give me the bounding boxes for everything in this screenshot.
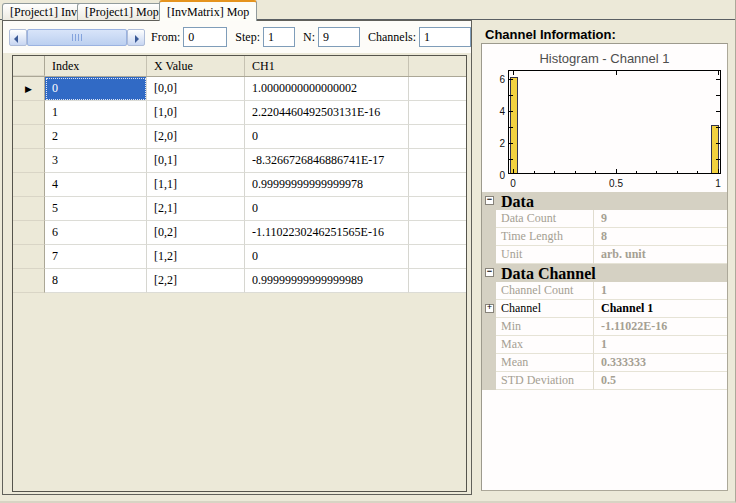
cell-index[interactable]: 7 [45, 245, 147, 269]
n-label: N: [303, 30, 315, 45]
column-header-index[interactable]: Index [45, 56, 147, 76]
cell-ch1[interactable]: 2.2204460492503131E-16 [245, 101, 409, 125]
cell-filler [409, 245, 466, 269]
row-selector-cell[interactable] [13, 221, 45, 245]
property-row[interactable]: Min-1.11022E-16 [482, 318, 727, 336]
property-gutter [482, 246, 496, 264]
row-selector-cell[interactable] [13, 173, 45, 197]
table-row[interactable]: 4[1,1]0.99999999999999978 [13, 173, 466, 197]
y-tick [509, 127, 513, 128]
cell-x-value[interactable]: [2,2] [147, 269, 245, 293]
property-row[interactable]: STD Deviation0.5 [482, 372, 727, 390]
collapse-icon[interactable]: − [485, 196, 494, 205]
row-selector-cell[interactable] [13, 245, 45, 269]
cell-ch1[interactable]: -1.1102230246251565E-16 [245, 221, 409, 245]
collapse-icon[interactable]: − [485, 268, 494, 277]
cell-x-value[interactable]: [0,0] [147, 77, 245, 101]
y-axis-label: 2 [491, 138, 505, 149]
cell-filler [409, 101, 466, 125]
cell-x-value[interactable]: [1,0] [147, 101, 245, 125]
property-value: -1.11022E-16 [593, 318, 727, 336]
table-row[interactable]: 1[1,0]2.2204460492503131E-16 [13, 101, 466, 125]
column-header-x-value[interactable]: X Value [147, 56, 245, 76]
table-row[interactable]: 3[0,1]-8.3266726846886741E-17 [13, 149, 466, 173]
x-minor-tick [575, 171, 576, 173]
table-row[interactable]: 2[2,0]0 [13, 125, 466, 149]
from-input[interactable] [183, 27, 227, 47]
column-header-filler [409, 56, 466, 76]
cell-ch1[interactable]: 0 [245, 197, 409, 221]
step-input[interactable] [263, 27, 295, 47]
row-selector-cell[interactable] [13, 149, 45, 173]
y-tick [509, 159, 513, 160]
cell-filler [409, 173, 466, 197]
cell-index[interactable]: 6 [45, 221, 147, 245]
cell-x-value[interactable]: [2,0] [147, 125, 245, 149]
cell-ch1[interactable]: 0 [245, 245, 409, 269]
record-scrollbar[interactable] [9, 29, 145, 46]
table-row[interactable]: 6[0,2]-1.1102230246251565E-16 [13, 221, 466, 245]
current-row-indicator[interactable]: ▶ [13, 77, 45, 101]
property-gutter: + [482, 300, 496, 318]
property-row[interactable]: +ChannelChannel 1 [482, 300, 727, 318]
expand-icon[interactable]: + [485, 304, 494, 313]
channel-info-panel: Channel Information: Histogram - Channel… [477, 21, 733, 495]
cell-index[interactable]: 0 [45, 77, 147, 101]
channels-label: Channels: [368, 30, 416, 45]
cell-ch1[interactable]: 0 [245, 125, 409, 149]
tab-project1-mop[interactable]: [Project1] Mop [77, 3, 167, 20]
property-row[interactable]: Time Length8 [482, 228, 727, 246]
cell-x-value[interactable]: [2,1] [147, 197, 245, 221]
property-category[interactable]: −Data [482, 192, 727, 210]
cell-index[interactable]: 3 [45, 149, 147, 173]
arrow-right-icon [135, 35, 139, 43]
cell-ch1[interactable]: 1.0000000000000002 [245, 77, 409, 101]
cell-index[interactable]: 8 [45, 269, 147, 293]
column-header-ch1[interactable]: CH1 [245, 56, 409, 76]
property-row[interactable]: Max1 [482, 336, 727, 354]
property-value: 8 [593, 228, 727, 246]
cell-filler [409, 125, 466, 149]
table-row[interactable]: 8[2,2]0.99999999999999989 [13, 269, 466, 293]
row-selector-cell[interactable] [13, 197, 45, 221]
row-selector-cell[interactable] [13, 125, 45, 149]
tab-invmatrix-mop[interactable]: [InvMatrix] Mop [159, 0, 257, 21]
cell-x-value[interactable]: [1,2] [147, 245, 245, 269]
cell-index[interactable]: 5 [45, 197, 147, 221]
property-row[interactable]: Data Count9 [482, 210, 727, 228]
y-tick [716, 127, 720, 128]
cell-ch1[interactable]: 0.99999999999999989 [245, 269, 409, 293]
cell-ch1[interactable]: -8.3266726846886741E-17 [245, 149, 409, 173]
cell-index[interactable]: 4 [45, 173, 147, 197]
cell-x-value[interactable]: [0,1] [147, 149, 245, 173]
y-tick [509, 79, 513, 80]
scrollbar-track[interactable] [27, 29, 127, 46]
property-row[interactable]: Mean0.333333 [482, 354, 727, 372]
table-row[interactable]: ▶0[0,0]1.0000000000000002 [13, 77, 466, 101]
cell-index[interactable]: 2 [45, 125, 147, 149]
scroll-right-button[interactable] [127, 29, 145, 46]
table-row[interactable]: 7[1,2]0 [13, 245, 466, 269]
tab-project1-inv[interactable]: [Project1] Inv [2, 3, 85, 20]
property-row[interactable]: Channel Count1 [482, 282, 727, 300]
cell-filler [409, 269, 466, 293]
cell-x-value[interactable]: [1,1] [147, 173, 245, 197]
histogram-bar [711, 125, 719, 173]
n-input[interactable] [318, 27, 360, 47]
row-selector-cell[interactable] [13, 269, 45, 293]
cell-ch1[interactable]: 0.99999999999999978 [245, 173, 409, 197]
property-label: Time Length [496, 228, 593, 246]
cell-index[interactable]: 1 [45, 101, 147, 125]
data-panel: From: Step: N: Channels: Index X Value C… [2, 20, 472, 495]
channels-input[interactable] [419, 27, 471, 47]
property-category[interactable]: −Data Channel [482, 264, 727, 282]
x-tick [513, 169, 514, 173]
table-row[interactable]: 5[2,1]0 [13, 197, 466, 221]
y-axis-label: 4 [491, 106, 505, 117]
record-toolbar: From: Step: N: Channels: [3, 21, 471, 53]
scrollbar-thumb[interactable] [27, 29, 127, 46]
row-selector-cell[interactable] [13, 101, 45, 125]
cell-x-value[interactable]: [0,2] [147, 221, 245, 245]
scroll-left-button[interactable] [9, 29, 27, 46]
property-row[interactable]: Unitarb. unit [482, 246, 727, 264]
